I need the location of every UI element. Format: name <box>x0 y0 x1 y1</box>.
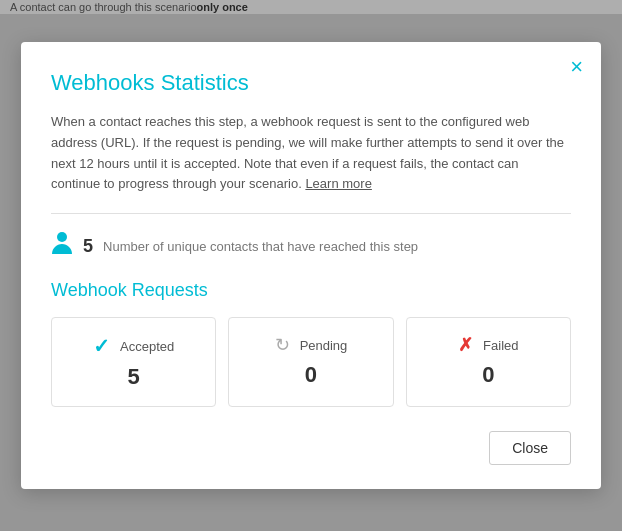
modal-container: × Webhooks Statistics When a contact rea… <box>21 42 601 489</box>
learn-more-link[interactable]: Learn more <box>305 176 371 191</box>
failed-value: 0 <box>482 362 494 388</box>
contacts-label: Number of unique contacts that have reac… <box>103 239 418 254</box>
check-icon: ✓ <box>93 334 110 358</box>
divider <box>51 213 571 214</box>
accepted-label: Accepted <box>120 339 174 354</box>
pending-value: 0 <box>305 362 317 388</box>
stat-card-pending: ↻ Pending 0 <box>228 317 393 407</box>
stat-card-top-accepted: ✓ Accepted <box>93 334 174 358</box>
stats-grid: ✓ Accepted 5 ↻ Pending 0 ✗ Failed 0 <box>51 317 571 407</box>
stat-card-top-pending: ↻ Pending <box>275 334 348 356</box>
accepted-value: 5 <box>128 364 140 390</box>
stat-card-top-failed: ✗ Failed <box>458 334 518 356</box>
pending-label: Pending <box>300 338 348 353</box>
svg-point-0 <box>57 232 67 242</box>
stat-card-accepted: ✓ Accepted 5 <box>51 317 216 407</box>
close-icon-button[interactable]: × <box>570 56 583 78</box>
modal-title: Webhooks Statistics <box>51 70 571 96</box>
x-icon: ✗ <box>458 334 473 356</box>
stat-card-failed: ✗ Failed 0 <box>406 317 571 407</box>
modal-footer: Close <box>51 431 571 465</box>
modal-description: When a contact reaches this step, a webh… <box>51 112 571 195</box>
modal-overlay: × Webhooks Statistics When a contact rea… <box>0 0 622 531</box>
contacts-row: 5 Number of unique contacts that have re… <box>51 230 571 262</box>
person-icon <box>51 230 73 262</box>
contacts-count: 5 <box>83 236 93 257</box>
failed-label: Failed <box>483 338 518 353</box>
webhook-section-title: Webhook Requests <box>51 280 571 301</box>
close-button[interactable]: Close <box>489 431 571 465</box>
refresh-icon: ↻ <box>275 334 290 356</box>
